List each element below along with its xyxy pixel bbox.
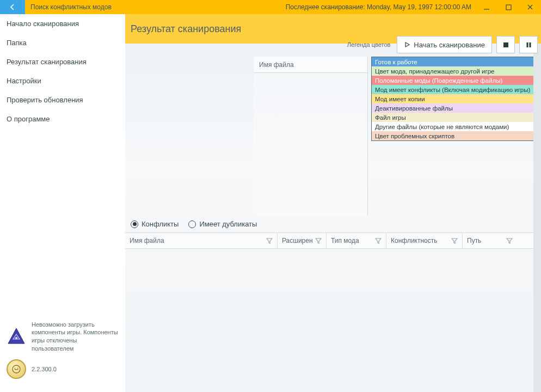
titlebar: Поиск конфликтных модов Последнее сканир…: [0, 0, 541, 14]
column-header[interactable]: Конфликтность: [386, 233, 463, 248]
radio-duplicates[interactable]: Имеет дубликаты: [188, 220, 257, 228]
filter-icon: [315, 237, 322, 244]
version-coin-icon: [7, 359, 26, 379]
column-header[interactable]: Тип мода: [327, 233, 386, 248]
version-text: 2.2.300.0: [32, 365, 57, 373]
svg-point-2: [13, 365, 20, 373]
scrollbar-track[interactable]: [533, 44, 541, 392]
column-label: Имя файла: [130, 237, 164, 244]
nav-item-about[interactable]: О программе: [0, 109, 125, 128]
svg-rect-7: [529, 42, 531, 47]
column-header[interactable]: Путь: [463, 233, 517, 248]
warning-text: Невозможно загрузить компоненты игры. Ко…: [32, 321, 119, 353]
pause-icon: [526, 42, 532, 48]
legend-row: Мод имеет конфликты (Включая модификацию…: [372, 85, 537, 94]
back-button[interactable]: [0, 0, 25, 14]
column-label: Тип мода: [331, 237, 359, 244]
stop-icon: [503, 42, 509, 48]
content: Результат сканирования Легенда цветов На…: [125, 14, 541, 392]
legend-row: Файл игры: [372, 113, 537, 122]
legend-row: Готов к работе: [372, 57, 537, 66]
close-button[interactable]: [519, 0, 541, 14]
svg-point-4: [17, 367, 18, 368]
minimize-button[interactable]: [476, 0, 497, 14]
radio-conflicts-label: Конфликты: [142, 220, 179, 228]
column-label: Путь: [467, 237, 481, 244]
warning-diamond-icon: [7, 327, 26, 346]
content-header: Результат сканирования Легенда цветов На…: [125, 14, 541, 44]
column-label: Расширен: [282, 237, 313, 244]
nav-item-check-updates[interactable]: Проверить обновления: [0, 90, 125, 109]
nav-item-folder[interactable]: Папка: [0, 33, 125, 52]
file-list-pane: Имя файла: [254, 57, 368, 216]
nav-item-scan-result[interactable]: Результат сканирования: [0, 52, 125, 71]
legend-row: Цвет проблемных скриптов: [372, 131, 537, 140]
file-list-header[interactable]: Имя файла: [254, 57, 367, 73]
stop-button[interactable]: [496, 36, 515, 53]
filter-icon: [375, 237, 382, 244]
legend-row: Деактивированные файлы: [372, 103, 537, 113]
filter-icon: [451, 237, 458, 244]
nav-item-start-scan[interactable]: Начало сканирования: [0, 14, 125, 33]
radio-duplicates-label: Имеет дубликаты: [199, 220, 257, 228]
column-header[interactable]: Имя файла: [125, 233, 278, 248]
arrow-left-icon: [8, 3, 17, 11]
content-title: Результат сканирования: [131, 23, 241, 35]
pause-button[interactable]: [519, 36, 538, 53]
warning-row: Невозможно загрузить компоненты игры. Ко…: [7, 321, 119, 353]
filter-icon: [506, 237, 513, 244]
radio-dot-icon: [188, 220, 196, 228]
results-table-body: [125, 249, 541, 392]
maximize-button[interactable]: [497, 0, 519, 14]
results-table-header: Имя файлаРасширенТип модаКонфликтностьПу…: [125, 232, 541, 249]
sidebar: Начало сканирования Папка Результат скан…: [0, 14, 125, 392]
legend-row: Мод имеет копии: [372, 94, 537, 103]
nav-item-settings[interactable]: Настройки: [0, 71, 125, 90]
start-scan-label: Начать сканирование: [414, 41, 485, 49]
toolbar: Легенда цветов Начать сканирование: [347, 36, 538, 53]
svg-rect-5: [503, 42, 508, 47]
play-icon: [404, 41, 410, 48]
radio-conflicts[interactable]: Конфликты: [131, 220, 179, 228]
svg-rect-6: [526, 42, 528, 47]
minimize-icon: [483, 4, 490, 10]
svg-point-3: [15, 367, 15, 368]
radio-dot-icon: [131, 220, 138, 228]
filter-radio-group: Конфликты Имеет дубликаты: [125, 216, 541, 232]
column-label: Конфликтность: [391, 237, 438, 244]
legend-label: Легенда цветов: [347, 41, 391, 48]
version-row: 2.2.300.0: [7, 359, 119, 379]
start-scan-button[interactable]: Начать сканирование: [397, 36, 492, 53]
close-icon: [527, 4, 533, 10]
legend-panel: Готов к работеЦвет мода, принадлежащего …: [371, 57, 538, 141]
maximize-icon: [506, 4, 512, 10]
file-list-header-label: Имя файла: [259, 61, 294, 69]
app-title: Поиск конфликтных модов: [25, 3, 112, 11]
column-header[interactable]: Расширен: [278, 233, 327, 248]
legend-row: Поломанные моды (Поврежденные файлы): [372, 76, 537, 85]
filter-icon: [266, 237, 273, 244]
last-scan-text: Последнее сканирование: Monday, May 19, …: [286, 3, 476, 11]
legend-row: Цвет мода, принадлежащего другой игре: [372, 66, 537, 76]
svg-rect-0: [506, 5, 511, 10]
legend-row: Другие файлы (которые не являются модами…: [372, 122, 537, 131]
